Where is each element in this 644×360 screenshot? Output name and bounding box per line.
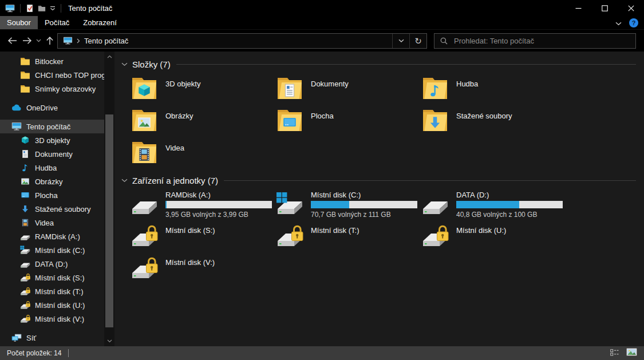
sidebar-item-label: Obrázky [35,177,62,186]
folder-icon [131,106,158,133]
folder-tile[interactable]: Videa [131,138,276,170]
sidebar-item[interactable]: Síť [0,331,104,345]
search-input[interactable] [453,36,630,46]
scrollbar-thumb[interactable] [105,114,113,327]
tab-zobrazeni[interactable]: Zobrazení [76,16,124,29]
search-box[interactable] [434,33,636,49]
sidebar-item[interactable]: Obrázky [0,175,104,188]
sidebar-item[interactable]: Dokumenty [0,147,104,161]
folder-icon [276,74,303,101]
new-folder-icon[interactable] [38,5,46,12]
folder-icon [131,138,158,165]
sidebar-item[interactable]: 3D objekty [0,133,104,147]
sidebar-item[interactable]: Místní disk (U:) [0,298,104,312]
hdd-lock-icon [131,254,158,282]
sidebar-scrollbar[interactable] [104,52,114,346]
sidebar-item[interactable]: DATA (D:) [0,257,104,271]
sidebar-item[interactable]: Tento počítač [0,120,104,133]
titlebar: Tento počítač [0,0,644,16]
sidebar-item[interactable]: Videa [0,216,104,230]
tab-soubor[interactable]: Soubor [0,16,38,29]
sidebar-item-label: Bitlocker [35,57,64,66]
help-icon[interactable]: ? [629,18,638,27]
recent-locations-icon[interactable] [34,33,42,48]
address-dropdown-icon[interactable] [392,34,409,48]
folder-tile[interactable]: 3D objekty [131,74,276,106]
drive-tile[interactable]: RAMDisk (A:)3,95 GB volných z 3,99 GB [131,190,276,222]
folder-tile[interactable]: Stažené soubory [421,106,567,138]
sidebar-item[interactable]: Místní disk (S:) [0,271,104,284]
sidebar-item-label: Tento počítač [26,122,70,131]
minimize-button[interactable] [565,0,591,16]
sidebar-item-label: Videa [35,219,54,227]
sidebar-item-label: Plocha [35,191,58,200]
sidebar-item[interactable]: Bitlocker [0,54,104,68]
tile-label: Dokumenty [311,80,349,106]
window-controls [565,0,644,16]
sidebar-item[interactable]: Místní disk (T:) [0,284,104,298]
tile-label: Videa [165,144,184,170]
group-title: Zařízení a jednotky (7) [132,176,218,185]
hdd-lock-icon [20,273,30,282]
drive-tile[interactable]: Místní disk (U:) [421,222,567,254]
sidebar-item-label: OneDrive [26,104,58,112]
sidebar-item[interactable]: CHCI nebo TOP program [0,68,104,82]
properties-check-icon[interactable] [26,4,34,13]
folders-grid: 3D objektyDokumentyHudbaObrázkyPlochaSta… [131,74,567,170]
back-button[interactable] [5,33,19,48]
download-icon [428,115,442,130]
hdd-lock-icon [20,287,30,296]
forward-button[interactable] [19,33,34,48]
details-view-icon[interactable] [610,348,619,358]
breadcrumb[interactable]: Tento počítač [58,34,392,48]
address-bar[interactable]: Tento počítač ↻ [57,33,427,49]
sidebar-item[interactable]: RAMDisk (A:) [0,230,104,243]
folder-tile[interactable]: Obrázky [131,106,276,138]
maximize-button[interactable] [591,0,618,16]
separator [61,4,61,13]
tab-pocitac[interactable]: Počítač [38,16,76,29]
drive-label: Místní disk (S:) [165,226,215,235]
drive-tile[interactable]: Místní disk (V:) [131,254,276,286]
sidebar-item[interactable]: Plocha [0,188,104,202]
scroll-up-icon[interactable] [104,53,114,61]
drive-tile[interactable]: Místní disk (T:) [276,222,421,254]
thumbnails-view-icon[interactable] [626,348,637,358]
monitor-icon [11,122,22,131]
capacity-bar [165,201,272,208]
sidebar-item[interactable]: Místní disk (V:) [0,312,104,326]
drive-tile[interactable]: DATA (D:)40,8 GB volných z 100 GB [421,190,567,222]
hdd-lock-icon [276,222,303,250]
capacity-text: 3,95 GB volných z 3,99 GB [165,211,272,219]
this-pc-icon [63,37,73,45]
tile-label: Obrázky [165,112,193,138]
sidebar-item[interactable]: Stažené soubory [0,202,104,216]
qat-dropdown-icon[interactable] [50,6,56,11]
capacity-fill [456,201,519,208]
up-button[interactable] [42,33,57,48]
sidebar-item-label: RAMDisk (A:) [35,232,80,241]
folder-tile[interactable]: Plocha [276,106,421,138]
drive-tile[interactable]: Místní disk (C:)70,7 GB volných z 111 GB [276,190,421,222]
group-header-drives[interactable]: Zařízení a jednotky (7) [121,176,644,185]
close-button[interactable] [618,0,644,16]
sidebar-item[interactable]: Místní disk (C:) [0,243,104,257]
folder-tile[interactable]: Dokumenty [276,74,421,106]
drive-label: Místní disk (U:) [456,226,506,235]
group-divider [224,180,636,181]
picture-icon [20,177,30,186]
hdd-windows-icon [20,246,30,255]
group-header-folders[interactable]: Složky (7) [121,60,644,69]
scroll-down-icon[interactable] [104,337,114,345]
drive-label: RAMDisk (A:) [165,191,272,199]
refresh-button[interactable]: ↻ [409,34,426,48]
sidebar-item[interactable]: Hudba [0,161,104,175]
folder-tile[interactable]: Hudba [421,74,567,106]
sidebar-item[interactable]: Snímky obrazovky [0,82,104,96]
drive-tile[interactable]: Místní disk (S:) [131,222,276,254]
folder-icon [421,106,449,133]
sidebar-item[interactable]: OneDrive [0,101,104,114]
hdd-lock-icon [421,222,449,250]
ribbon-expand-icon[interactable] [615,18,622,28]
document-icon [282,83,297,98]
